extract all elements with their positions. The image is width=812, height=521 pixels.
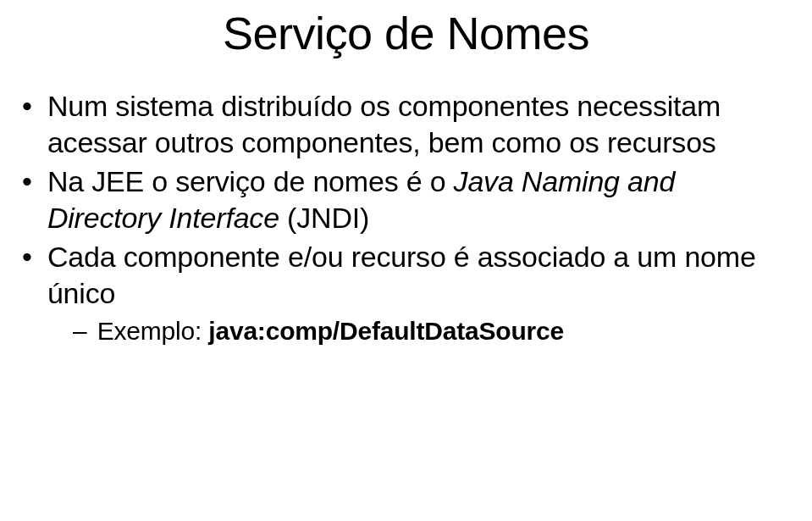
sub-item-1: – Exemplo: java:comp/DefaultDataSource [22,314,790,347]
bullet-item-2: • Na JEE o serviço de nomes é o Java Nam… [22,164,790,236]
bullet-text-2: Na JEE o serviço de nomes é o Java Namin… [47,164,790,236]
bullet-dot-icon: • [22,88,32,125]
bullet-item-3: • Cada componente e/ou recurso é associa… [22,239,790,311]
bullet-text-1: Num sistema distribuído os componentes n… [47,88,790,160]
slide: Serviço de Nomes • Num sistema distribuí… [0,0,812,521]
bullet-item-1: • Num sistema distribuído os componentes… [22,88,790,160]
slide-content: • Num sistema distribuído os componentes… [0,59,812,347]
bullet-2-part-2: (JNDI) [279,202,369,234]
slide-title: Serviço de Nomes [0,0,812,59]
bullet-3-part-0: Cada componente e/ou recurso é associado… [47,241,756,309]
sub-dash-icon: – [73,314,87,347]
bullet-2-part-0: Na JEE o serviço de nomes é o [47,165,454,197]
sub-bold: java:comp/DefaultDataSource [208,317,564,345]
bullet-dot-icon: • [22,239,32,275]
bullet-1-part-0: Num sistema distribuído os componentes n… [47,90,721,158]
sub-label: Exemplo: [97,317,209,345]
bullet-dot-icon: • [22,164,32,200]
bullet-text-3: Cada componente e/ou recurso é associado… [47,239,790,311]
sub-text-1: Exemplo: java:comp/DefaultDataSource [97,314,564,347]
